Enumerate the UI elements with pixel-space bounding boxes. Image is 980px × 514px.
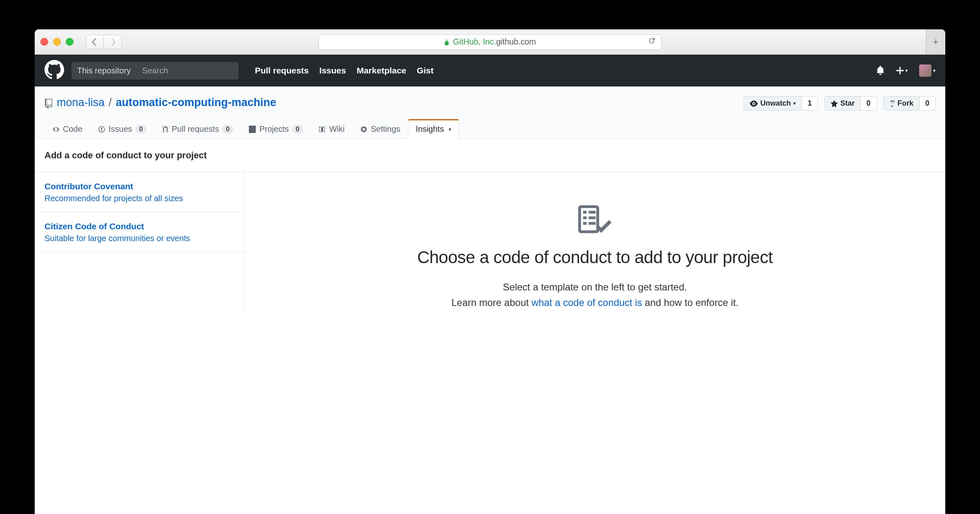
- svg-rect-2: [589, 211, 596, 214]
- window-minimize-button[interactable]: [53, 38, 61, 46]
- chevron-down-icon: ▾: [793, 101, 796, 106]
- tab-code-label: Code: [63, 124, 82, 134]
- avatar: [919, 64, 931, 77]
- tab-insights-label: Insights: [416, 124, 444, 134]
- address-domain: github.com: [496, 37, 536, 47]
- address-org: GitHub, Inc.: [453, 37, 496, 47]
- tab-insights[interactable]: Insights ▾: [408, 119, 459, 139]
- chevron-down-icon: ▾: [449, 126, 451, 132]
- browser-window: GitHub, Inc. github.com + This repositor…: [35, 29, 945, 514]
- tab-wiki[interactable]: Wiki: [311, 119, 352, 139]
- star-action: Star 0: [824, 96, 877, 111]
- template-citizen-coc[interactable]: Citizen Code of Conduct Suitable for lar…: [35, 213, 244, 253]
- nav-gist[interactable]: Gist: [417, 66, 434, 75]
- nav-issues[interactable]: Issues: [319, 66, 346, 75]
- header-nav: Pull requests Issues Marketplace Gist: [255, 66, 434, 75]
- template-sidebar: Contributor Covenant Recommended for pro…: [35, 173, 244, 311]
- star-button[interactable]: Star: [825, 97, 861, 110]
- repo-title-row: mona-lisa / automatic-computing-machine …: [35, 86, 945, 111]
- search-input[interactable]: [136, 62, 238, 80]
- notifications-icon[interactable]: [876, 66, 885, 76]
- svg-rect-5: [583, 222, 587, 225]
- page-title: Add a code of conduct to your project: [35, 139, 945, 172]
- forks-count[interactable]: 0: [920, 97, 935, 110]
- tab-issues-label: Issues: [109, 124, 132, 134]
- tab-code[interactable]: Code: [45, 119, 90, 139]
- star-label: Star: [840, 99, 855, 108]
- repo-slash: /: [109, 96, 112, 109]
- user-menu[interactable]: ▾: [919, 64, 935, 77]
- svg-rect-4: [589, 216, 596, 219]
- browser-forward-button[interactable]: [104, 35, 122, 49]
- repo-owner-link[interactable]: mona-lisa: [57, 96, 105, 109]
- tab-issues[interactable]: Issues 0: [90, 119, 154, 139]
- blank-line2-before: Learn more about: [451, 297, 531, 308]
- repo-name-link[interactable]: automatic-computing-machine: [116, 96, 276, 109]
- search-scope-label[interactable]: This repository: [71, 62, 136, 80]
- nav-marketplace[interactable]: Marketplace: [356, 66, 406, 75]
- new-tab-button[interactable]: +: [926, 29, 945, 54]
- watch-action: Unwatch ▾ 1: [744, 96, 818, 111]
- repo-nav: Code Issues 0 Pull requests 0 Projects 0…: [35, 111, 945, 138]
- tab-projects-count: 0: [292, 125, 303, 134]
- window-close-button[interactable]: [40, 38, 48, 46]
- checklist-icon: [578, 205, 612, 236]
- template-contributor-covenant[interactable]: Contributor Covenant Recommended for pro…: [35, 173, 244, 213]
- github-logo-icon[interactable]: [45, 60, 64, 81]
- fork-label: Fork: [898, 99, 913, 108]
- layout: Contributor Covenant Recommended for pro…: [35, 172, 945, 311]
- github-header: This repository Pull requests Issues Mar…: [35, 55, 945, 86]
- template-title: Contributor Covenant: [45, 182, 234, 191]
- template-title: Citizen Code of Conduct: [45, 222, 234, 231]
- repo-header: mona-lisa / automatic-computing-machine …: [35, 86, 945, 139]
- svg-rect-1: [583, 211, 587, 214]
- blank-line2: Learn more about what a code of conduct …: [451, 295, 738, 310]
- fork-button[interactable]: Fork: [884, 97, 920, 110]
- unwatch-label: Unwatch: [760, 99, 791, 108]
- repo-icon: [45, 96, 53, 109]
- reload-icon[interactable]: [648, 37, 655, 47]
- header-right: ▾ ▾: [876, 64, 935, 77]
- create-new-dropdown[interactable]: ▾: [896, 67, 908, 74]
- coc-link[interactable]: what a code of conduct is: [532, 297, 642, 308]
- unwatch-button[interactable]: Unwatch ▾: [744, 97, 802, 110]
- window-maximize-button[interactable]: [66, 38, 74, 46]
- chevron-down-icon: ▾: [905, 68, 908, 73]
- tab-wiki-label: Wiki: [329, 124, 345, 134]
- tab-projects-label: Projects: [259, 124, 289, 134]
- tab-pull-requests[interactable]: Pull requests 0: [154, 119, 241, 139]
- repo-actions: Unwatch ▾ 1 Star 0 Fork: [744, 96, 935, 111]
- svg-rect-3: [583, 216, 587, 219]
- lock-icon: [444, 37, 450, 47]
- address-bar[interactable]: GitHub, Inc. github.com: [318, 34, 662, 50]
- tab-pr-label: Pull requests: [172, 124, 219, 134]
- repo-name: mona-lisa / automatic-computing-machine: [45, 96, 276, 109]
- stars-count[interactable]: 0: [861, 97, 876, 110]
- svg-rect-0: [579, 207, 597, 232]
- nav-pull-requests[interactable]: Pull requests: [255, 66, 309, 75]
- page-content: Add a code of conduct to your project Co…: [35, 139, 945, 311]
- browser-back-button[interactable]: [86, 35, 104, 49]
- template-desc: Suitable for large communities or events: [45, 234, 234, 243]
- blank-heading: Choose a code of conduct to add to your …: [417, 248, 773, 267]
- chevron-down-icon: ▾: [933, 68, 935, 73]
- window-controls: [40, 38, 74, 46]
- browser-nav-buttons: [86, 35, 122, 49]
- tab-issues-count: 0: [136, 125, 147, 134]
- main-panel: Choose a code of conduct to add to your …: [244, 173, 945, 311]
- svg-rect-6: [589, 222, 596, 225]
- browser-titlebar: GitHub, Inc. github.com +: [35, 29, 945, 55]
- tab-pr-count: 0: [222, 125, 233, 134]
- blank-line1: Select a template on the left to get sta…: [503, 279, 687, 295]
- tab-settings[interactable]: Settings: [352, 119, 408, 139]
- tab-projects[interactable]: Projects 0: [241, 119, 311, 139]
- watchers-count[interactable]: 1: [802, 97, 817, 110]
- tab-settings-label: Settings: [371, 124, 400, 134]
- fork-action: Fork 0: [883, 96, 935, 111]
- blank-line2-after: and how to enforce it.: [642, 297, 738, 308]
- template-desc: Recommended for projects of all sizes: [45, 194, 234, 203]
